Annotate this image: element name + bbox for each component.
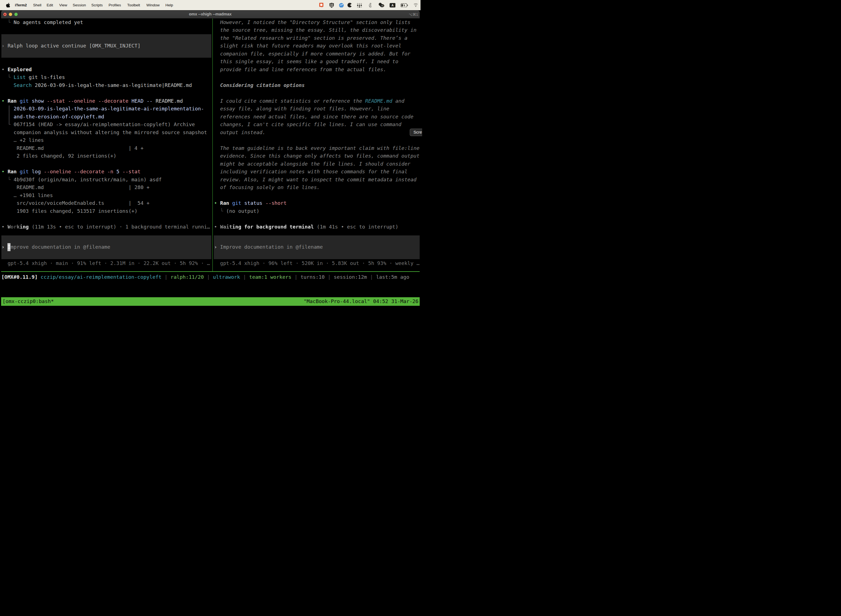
right-pane-line: The team guideline is to back every impo… xyxy=(214,144,420,153)
terminal-text-segment: | xyxy=(328,274,331,280)
right-pane-line: └ (no output) xyxy=(214,207,259,215)
terminal-text-segment: | xyxy=(370,274,373,280)
terminal-text-segment: 2026-03-09-is-legal-the-same-as-legitima… xyxy=(32,82,192,88)
tmux-pane-divider[interactable] xyxy=(212,19,213,271)
menu-item-help[interactable]: Help xyxy=(166,0,173,10)
right-pane-line: of focusing solely on file lines. xyxy=(214,183,320,192)
terminal-text-segment: Explored xyxy=(7,66,32,72)
left-pane-line: companion analysis without altering the … xyxy=(1,129,207,136)
terminal-text-segment xyxy=(297,274,300,280)
terminal-text-segment xyxy=(16,98,20,104)
menu-item-view[interactable]: View xyxy=(59,0,67,10)
terminal-text-segment: changes, I can't cite specific file line… xyxy=(214,122,401,127)
left-pane-line: └ List git ls-files xyxy=(1,73,65,81)
terminal-text-segment: └ xyxy=(1,122,14,127)
terminal-text-segment: log xyxy=(32,169,41,175)
right-pane-line: might be acceptable alongside the file l… xyxy=(214,160,410,168)
macos-menu-bar: iTerm2ShellEditViewSessionScriptsProfile… xyxy=(0,0,420,10)
menu-item-scripts[interactable]: Scripts xyxy=(91,0,103,10)
right-pane-line: slight risk that future readers may over… xyxy=(214,42,401,50)
left-pane-line: README.md | 280 + xyxy=(1,183,150,192)
terminal-text-segment: mprove documentation in @filename xyxy=(10,244,110,250)
menu-item-profiles[interactable]: Profiles xyxy=(109,0,121,10)
terminal-text-segment: Search xyxy=(13,82,32,88)
wifi-icon[interactable] xyxy=(413,3,418,7)
terminal-text-segment: references need actual files, and since … xyxy=(214,114,413,119)
terminal-text-segment: git xyxy=(232,200,242,206)
terminal-text-segment: and xyxy=(393,98,404,104)
omx-status-line: [OMX#0.11.9] cczip/essay/ai-reimplementa… xyxy=(1,273,409,281)
right-pane-line: this single essay, it seems like a good … xyxy=(214,58,399,66)
terminal-text-segment: gpt-5.4 xhigh · 96% left · 520K in · 5.8… xyxy=(214,260,420,266)
menu-item-iterm2[interactable]: iTerm2 xyxy=(15,0,27,10)
menu-item-shell[interactable]: Shell xyxy=(33,0,41,10)
terminal-text-segment: › xyxy=(1,43,8,48)
svg-text:..61: ..61 xyxy=(381,5,384,7)
terminal-text-segment xyxy=(262,200,265,206)
terminal-text-segment xyxy=(1,192,14,198)
terminal-text-segment: gpt-5.4 xhigh · main · 91% left · 2.31M … xyxy=(1,260,210,266)
terminal-text-segment: Ran xyxy=(7,169,16,175)
left-pane-line: 2 files changed, 92 insertions(+) xyxy=(1,152,116,160)
terminal-text-segment: └ xyxy=(1,74,14,80)
left-pane-line: └ 067f154 (HEAD -> essay/ai-reimplementa… xyxy=(1,120,195,129)
terminal-text-segment: Working xyxy=(7,224,29,230)
wireshark-dragon-icon[interactable] xyxy=(369,3,372,8)
left-pane-line: › Ralph loop active continue [OMX_TMUX_I… xyxy=(1,42,141,50)
right-pane-line: changes, I can't cite specific file line… xyxy=(214,120,401,129)
terminal-text-segment: • xyxy=(1,169,8,175)
dots-grid-icon[interactable] xyxy=(357,3,362,8)
battery-charging-icon[interactable] xyxy=(401,3,408,7)
left-pane-line: src/voice/voiceModeEnabled.ts | 54 + xyxy=(1,199,150,207)
menu-item-window[interactable]: Window xyxy=(147,0,160,10)
terminal-text-segment xyxy=(16,169,20,175)
screen: iTerm2ShellEditViewSessionScriptsProfile… xyxy=(0,0,420,308)
keyboard-layout-icon[interactable]: A xyxy=(390,3,396,7)
terminal-text-segment: | xyxy=(164,274,167,280)
terminal-text-segment: └ xyxy=(214,208,226,214)
menu-item-toolbelt[interactable]: Toolbelt xyxy=(127,0,140,10)
right-pane-line: However, I noticed the "Directory Struct… xyxy=(214,19,410,26)
terminal-text-segment xyxy=(1,82,14,88)
terminal-text-segment: session:12m xyxy=(334,274,367,280)
right-pane-line: references need actual files, and since … xyxy=(214,113,413,121)
apple-logo-icon[interactable] xyxy=(6,3,10,8)
chat-bubble-icon[interactable] xyxy=(319,3,323,8)
tmux-session-label: [omx-cczip0:bash* xyxy=(3,298,54,305)
terminal-text-segment xyxy=(241,200,244,206)
terminal-text-segment: git xyxy=(20,169,29,175)
screen-sharing-overlay[interactable]: Scre xyxy=(410,129,421,136)
terminal-text-segment: slight risk that future readers may over… xyxy=(214,43,401,48)
terminal-text-segment: review. Also, I might want to inspect th… xyxy=(214,177,417,182)
right-pane-line: the source tree, missing the essay. Stil… xyxy=(214,26,417,34)
terminal-text-segment: turns:10 xyxy=(300,274,325,280)
left-pane-line: • Ran git show --stat --oneline --decora… xyxy=(1,97,183,105)
right-pane-line: the "Related research writing" section i… xyxy=(214,34,407,42)
terminal-text-segment: … xyxy=(13,192,16,198)
shield-grid-icon[interactable] xyxy=(330,3,334,8)
left-pane-line: › Improve documentation in @filename xyxy=(1,243,110,251)
activity-blue-icon[interactable] xyxy=(339,3,344,7)
terminal-text-segment: last:5m ago xyxy=(376,274,409,280)
terminal-text-segment: --stat --oneline --decorate xyxy=(47,98,129,104)
left-pane-line: • Explored xyxy=(1,66,32,74)
terminal-text-segment xyxy=(38,274,41,280)
left-pane-line: gpt-5.4 xhigh · main · 91% left · 2.31M … xyxy=(1,260,210,267)
right-pane-line: provide file and line references from th… xyxy=(214,66,386,74)
terminal-text-segment: including verification notes with those … xyxy=(214,169,407,175)
terminal-text-segment: • xyxy=(1,66,8,72)
right-pane-line: including verification notes with those … xyxy=(214,168,407,176)
terminal-text-segment: essay file, along with finding root file… xyxy=(214,106,389,111)
menu-item-session[interactable]: Session xyxy=(73,0,86,10)
window-shortcut-badge: ⌥⌘1 xyxy=(409,10,418,19)
terminal-text-segment: └ xyxy=(1,19,14,25)
cloud-61-icon[interactable]: ..61 xyxy=(378,3,384,7)
terminal-text-segment: … xyxy=(13,137,16,143)
terminal-text-segment xyxy=(167,274,170,280)
left-pane-line: Search 2026-03-09-is-legal-the-same-as-l… xyxy=(1,81,192,89)
camera-circle-icon[interactable] xyxy=(347,3,352,7)
terminal-text-segment: evidence. Since this change only affects… xyxy=(214,153,420,159)
menu-item-edit[interactable]: Edit xyxy=(47,0,53,10)
terminal-text-segment: │ xyxy=(1,114,14,119)
terminal-text-segment: | xyxy=(243,274,246,280)
